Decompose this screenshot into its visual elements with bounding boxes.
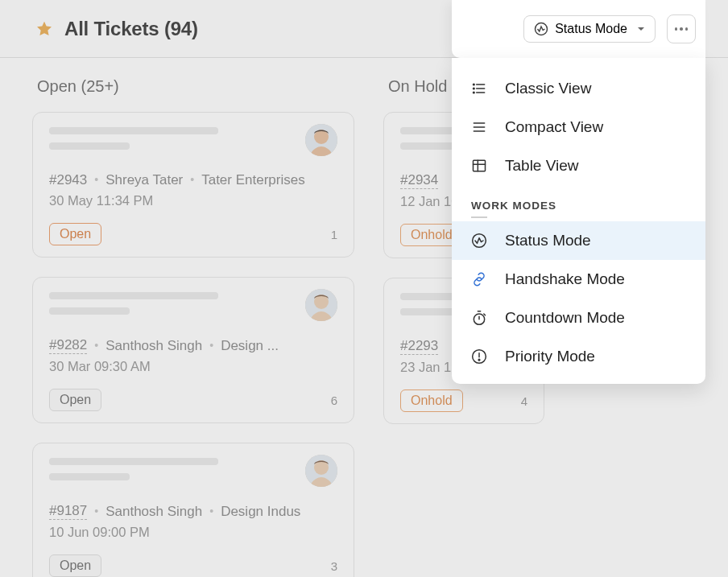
menu-item-label: Table View: [505, 157, 579, 175]
menu-item-handshake mode[interactable]: Handshake Mode: [452, 260, 705, 299]
activity-icon: [471, 233, 487, 249]
menu-section-header: WORK MODES: [452, 185, 705, 221]
stopwatch-icon: [471, 310, 487, 326]
more-options-button[interactable]: [667, 14, 696, 43]
chevron-down-icon: [637, 25, 645, 33]
menu-item-label: Priority Mode: [505, 348, 595, 365]
svg-point-14: [478, 359, 480, 361]
activity-icon: [534, 22, 548, 36]
menu-item-status mode[interactable]: Status Mode: [452, 221, 705, 260]
link-icon: [471, 271, 487, 287]
svg-rect-10: [474, 160, 486, 171]
menu-item-label: Countdown Mode: [505, 309, 625, 327]
menu-item-table view[interactable]: Table View: [452, 146, 705, 185]
svg-point-6: [536, 23, 548, 35]
view-menu: Classic View Compact View Table View WOR…: [452, 58, 705, 384]
menu-item-label: Classic View: [505, 80, 591, 97]
dots-icon: [675, 27, 678, 31]
status-mode-button[interactable]: Status Mode: [523, 15, 656, 43]
menu-item-priority mode[interactable]: Priority Mode: [452, 337, 705, 376]
menu-item-classic view[interactable]: Classic View: [452, 69, 705, 108]
menu-item-label: Handshake Mode: [505, 270, 625, 288]
svg-point-11: [473, 234, 486, 248]
list-icon: [471, 80, 487, 97]
menu-item-label: Compact View: [505, 118, 603, 136]
view-mode-popover: Status Mode Classic View Compact View Ta…: [452, 0, 705, 384]
table-icon: [471, 158, 487, 174]
svg-point-7: [474, 84, 475, 85]
menu-item-countdown mode[interactable]: Countdown Mode: [452, 299, 705, 337]
status-mode-label: Status Mode: [555, 22, 627, 36]
svg-point-9: [474, 92, 475, 93]
alert-icon: [471, 348, 487, 365]
svg-point-8: [474, 88, 475, 89]
popover-header: Status Mode: [452, 0, 705, 58]
lines-icon: [471, 119, 487, 135]
menu-item-compact view[interactable]: Compact View: [452, 108, 705, 146]
menu-item-label: Status Mode: [505, 232, 591, 249]
